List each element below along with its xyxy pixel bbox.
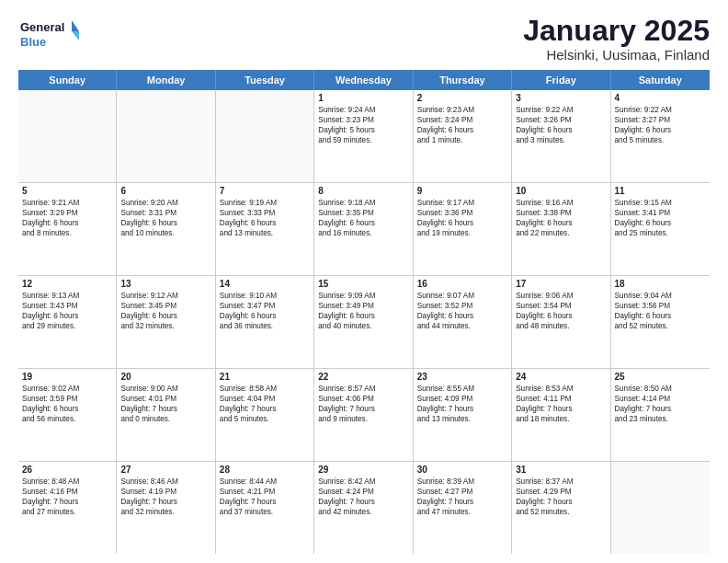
calendar-cell: 7Sunrise: 9:19 AM Sunset: 3:33 PM Daylig… [216, 183, 314, 275]
calendar-cell: 18Sunrise: 9:04 AM Sunset: 3:56 PM Dayli… [611, 276, 710, 368]
day-number: 20 [120, 372, 210, 382]
calendar-cell [611, 462, 710, 554]
svg-marker-3 [72, 31, 79, 40]
svg-marker-2 [72, 20, 79, 31]
calendar-cell: 5Sunrise: 9:21 AM Sunset: 3:29 PM Daylig… [18, 183, 117, 275]
day-number: 19 [22, 372, 112, 382]
day-number: 11 [615, 186, 706, 196]
day-info: Sunrise: 9:12 AM Sunset: 3:45 PM Dayligh… [120, 292, 177, 330]
day-number: 4 [615, 93, 706, 103]
day-info: Sunrise: 8:39 AM Sunset: 4:27 PM Dayligh… [417, 477, 474, 516]
calendar-cell: 22Sunrise: 8:57 AM Sunset: 4:06 PM Dayli… [314, 369, 413, 461]
calendar-cell: 6Sunrise: 9:20 AM Sunset: 3:31 PM Daylig… [117, 183, 215, 275]
day-number: 10 [516, 186, 606, 196]
calendar-cell: 19Sunrise: 9:02 AM Sunset: 3:59 PM Dayli… [18, 369, 117, 461]
calendar-cell: 2Sunrise: 9:23 AM Sunset: 3:24 PM Daylig… [414, 90, 512, 182]
day-info: Sunrise: 9:15 AM Sunset: 3:41 PM Dayligh… [615, 199, 672, 237]
calendar-cell: 26Sunrise: 8:48 AM Sunset: 4:16 PM Dayli… [18, 462, 117, 554]
calendar-cell: 27Sunrise: 8:46 AM Sunset: 4:19 PM Dayli… [117, 462, 215, 554]
calendar-body: 1Sunrise: 9:24 AM Sunset: 3:23 PM Daylig… [18, 90, 710, 554]
svg-text:General: General [20, 20, 64, 34]
day-info: Sunrise: 9:24 AM Sunset: 3:23 PM Dayligh… [318, 106, 375, 144]
calendar-cell: 25Sunrise: 8:50 AM Sunset: 4:14 PM Dayli… [611, 369, 710, 461]
calendar-cell: 3Sunrise: 9:22 AM Sunset: 3:26 PM Daylig… [512, 90, 610, 182]
day-number: 14 [220, 279, 310, 289]
logo-svg: General Blue [18, 15, 83, 52]
calendar-cell [216, 90, 314, 182]
calendar-cell: 23Sunrise: 8:55 AM Sunset: 4:09 PM Dayli… [414, 369, 512, 461]
page: General Blue January 2025 Helsinki, Uusi… [0, 0, 728, 563]
calendar-cell: 9Sunrise: 9:17 AM Sunset: 3:36 PM Daylig… [414, 183, 512, 275]
day-number: 8 [318, 186, 408, 196]
day-number: 25 [615, 372, 706, 382]
day-info: Sunrise: 8:58 AM Sunset: 4:04 PM Dayligh… [220, 385, 277, 423]
calendar-cell: 28Sunrise: 8:44 AM Sunset: 4:21 PM Dayli… [216, 462, 314, 554]
day-number: 31 [516, 465, 606, 475]
calendar-cell: 11Sunrise: 9:15 AM Sunset: 3:41 PM Dayli… [611, 183, 710, 275]
calendar-cell: 13Sunrise: 9:12 AM Sunset: 3:45 PM Dayli… [117, 276, 215, 368]
calendar-cell: 29Sunrise: 8:42 AM Sunset: 4:24 PM Dayli… [314, 462, 413, 554]
day-info: Sunrise: 8:50 AM Sunset: 4:14 PM Dayligh… [615, 385, 672, 423]
day-number: 2 [417, 93, 507, 103]
day-info: Sunrise: 9:21 AM Sunset: 3:29 PM Dayligh… [22, 199, 79, 237]
day-number: 28 [220, 465, 310, 475]
day-info: Sunrise: 8:48 AM Sunset: 4:16 PM Dayligh… [22, 477, 79, 516]
day-info: Sunrise: 8:37 AM Sunset: 4:29 PM Dayligh… [516, 477, 573, 516]
day-info: Sunrise: 8:55 AM Sunset: 4:09 PM Dayligh… [417, 385, 474, 423]
day-info: Sunrise: 9:13 AM Sunset: 3:43 PM Dayligh… [22, 292, 79, 330]
header-cell-thursday: Thursday [414, 70, 512, 90]
day-number: 21 [220, 372, 310, 382]
calendar-row-4: 26Sunrise: 8:48 AM Sunset: 4:16 PM Dayli… [18, 462, 710, 554]
day-number: 22 [318, 372, 408, 382]
day-info: Sunrise: 9:02 AM Sunset: 3:59 PM Dayligh… [22, 385, 79, 423]
day-number: 27 [120, 465, 210, 475]
header-cell-wednesday: Wednesday [314, 70, 413, 90]
day-info: Sunrise: 9:04 AM Sunset: 3:56 PM Dayligh… [615, 292, 672, 330]
day-number: 13 [120, 279, 210, 289]
day-number: 29 [318, 465, 408, 475]
day-info: Sunrise: 9:17 AM Sunset: 3:36 PM Dayligh… [417, 199, 474, 237]
day-number: 1 [318, 93, 408, 103]
day-number: 26 [22, 465, 112, 475]
calendar-cell: 17Sunrise: 9:06 AM Sunset: 3:54 PM Dayli… [512, 276, 610, 368]
subtitle: Helsinki, Uusimaa, Finland [523, 47, 710, 63]
day-number: 30 [417, 465, 507, 475]
day-number: 16 [417, 279, 507, 289]
day-info: Sunrise: 9:09 AM Sunset: 3:49 PM Dayligh… [318, 292, 375, 330]
month-title: January 2025 [523, 15, 710, 47]
day-number: 23 [417, 372, 507, 382]
calendar-cell: 12Sunrise: 9:13 AM Sunset: 3:43 PM Dayli… [18, 276, 117, 368]
calendar-cell: 1Sunrise: 9:24 AM Sunset: 3:23 PM Daylig… [314, 90, 413, 182]
day-number: 15 [318, 279, 408, 289]
day-info: Sunrise: 9:19 AM Sunset: 3:33 PM Dayligh… [220, 199, 277, 237]
calendar-cell: 4Sunrise: 9:22 AM Sunset: 3:27 PM Daylig… [611, 90, 710, 182]
day-info: Sunrise: 8:53 AM Sunset: 4:11 PM Dayligh… [516, 385, 573, 423]
day-info: Sunrise: 9:07 AM Sunset: 3:52 PM Dayligh… [417, 292, 474, 330]
header-cell-friday: Friday [512, 70, 610, 90]
day-number: 17 [516, 279, 606, 289]
header-cell-monday: Monday [117, 70, 215, 90]
calendar-row-3: 19Sunrise: 9:02 AM Sunset: 3:59 PM Dayli… [18, 369, 710, 462]
calendar-cell: 20Sunrise: 9:00 AM Sunset: 4:01 PM Dayli… [117, 369, 215, 461]
day-info: Sunrise: 8:46 AM Sunset: 4:19 PM Dayligh… [120, 477, 177, 516]
svg-text:Blue: Blue [20, 35, 46, 49]
title-block: January 2025 Helsinki, Uusimaa, Finland [523, 15, 710, 63]
calendar-cell: 24Sunrise: 8:53 AM Sunset: 4:11 PM Dayli… [512, 369, 610, 461]
header: General Blue January 2025 Helsinki, Uusi… [18, 15, 710, 63]
calendar-cell [18, 90, 117, 182]
day-number: 24 [516, 372, 606, 382]
day-number: 7 [220, 186, 310, 196]
header-cell-saturday: Saturday [611, 70, 710, 90]
day-info: Sunrise: 8:57 AM Sunset: 4:06 PM Dayligh… [318, 385, 375, 423]
header-cell-sunday: Sunday [18, 70, 117, 90]
calendar-cell: 31Sunrise: 8:37 AM Sunset: 4:29 PM Dayli… [512, 462, 610, 554]
calendar-row-2: 12Sunrise: 9:13 AM Sunset: 3:43 PM Dayli… [18, 276, 710, 369]
day-info: Sunrise: 9:00 AM Sunset: 4:01 PM Dayligh… [120, 385, 177, 423]
day-number: 9 [417, 186, 507, 196]
calendar-row-1: 5Sunrise: 9:21 AM Sunset: 3:29 PM Daylig… [18, 183, 710, 276]
day-info: Sunrise: 9:20 AM Sunset: 3:31 PM Dayligh… [120, 199, 177, 237]
day-number: 18 [615, 279, 706, 289]
day-number: 6 [120, 186, 210, 196]
calendar-cell: 15Sunrise: 9:09 AM Sunset: 3:49 PM Dayli… [314, 276, 413, 368]
day-info: Sunrise: 8:42 AM Sunset: 4:24 PM Dayligh… [318, 477, 375, 516]
